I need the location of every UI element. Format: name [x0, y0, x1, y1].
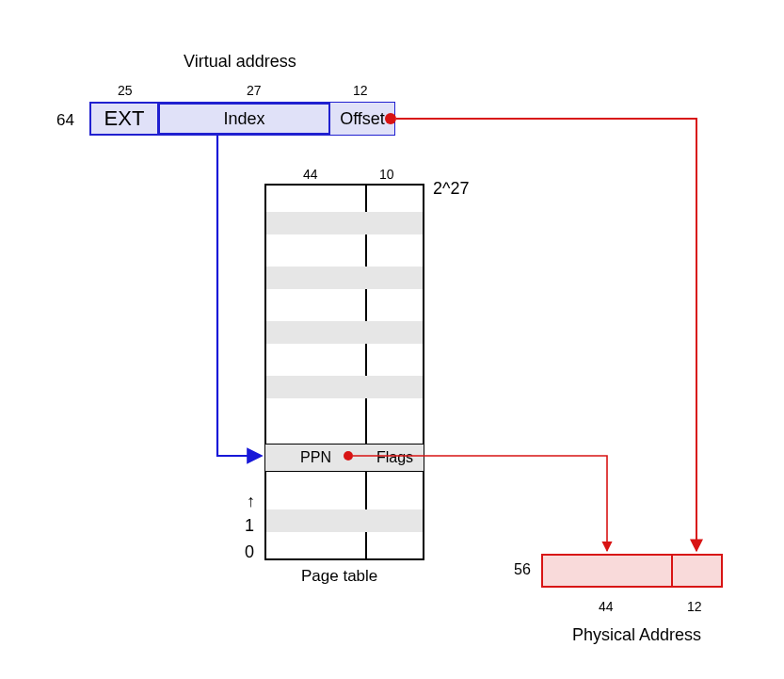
- page-table: PPN Flags: [264, 184, 424, 560]
- va-field-ext: EXT: [89, 102, 159, 136]
- va-field-index-label: Index: [223, 109, 264, 129]
- virtual-address-title: Virtual address: [184, 52, 296, 72]
- pa-field-offset: [671, 554, 723, 588]
- pt-row-gray: [266, 509, 423, 532]
- pa-offset-bits: 12: [687, 599, 702, 614]
- pt-up-arrow: ↑: [247, 492, 255, 511]
- pt-col-flags-bits: 10: [379, 167, 394, 182]
- va-field-ext-label: EXT: [104, 106, 145, 131]
- va-offset-bits: 12: [353, 83, 368, 98]
- va-ext-bits: 25: [118, 83, 133, 98]
- va-total-bits: 64: [56, 111, 74, 130]
- va-index-bits: 27: [247, 83, 262, 98]
- pt-entries-label: 2^27: [433, 179, 469, 199]
- pt-row-gray: [266, 212, 423, 234]
- page-table-title: Page table: [301, 567, 377, 586]
- va-field-offset-label: Offset: [340, 109, 385, 129]
- pa-field-ppn: [541, 554, 673, 588]
- pt-index-1: 1: [245, 516, 254, 536]
- pt-flags-cell: Flags: [366, 445, 424, 471]
- pt-column-divider: [365, 186, 367, 558]
- pt-row-selected: PPN Flags: [264, 444, 424, 472]
- pt-row-gray: [266, 267, 423, 289]
- pa-ppn-bits: 44: [599, 599, 614, 614]
- pt-row-gray: [266, 321, 423, 344]
- pt-row-gray: [266, 376, 423, 398]
- pt-index-0: 0: [245, 542, 254, 562]
- pa-total-bits: 56: [514, 561, 531, 578]
- pt-ppn-cell: PPN: [265, 445, 366, 471]
- arrow-index-to-pt: [217, 136, 262, 456]
- va-field-index: Index: [157, 102, 331, 136]
- physical-address-title: Physical Address: [572, 625, 701, 645]
- va-field-offset: Offset: [329, 102, 395, 136]
- pt-col-ppn-bits: 44: [303, 167, 318, 182]
